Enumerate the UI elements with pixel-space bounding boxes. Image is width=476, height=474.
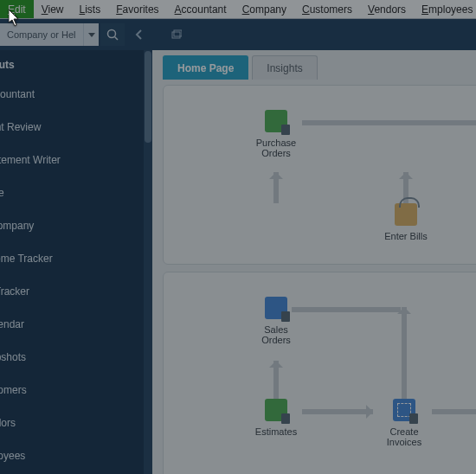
svg-point-0 (108, 30, 116, 38)
flow-arrow (302, 120, 476, 125)
create-invoices-node[interactable]: Create Invoices (376, 399, 432, 447)
estimates-icon (265, 399, 287, 421)
tab-bar: Home Page Insights (152, 54, 476, 80)
menu-lists[interactable]: Lists (72, 0, 109, 18)
flow-arrow (273, 361, 279, 399)
sidebar-item[interactable]: Company (0, 209, 152, 242)
main-area: tcuts ccountantent Reviewtatement Writer… (0, 50, 476, 474)
sidebar-item[interactable]: apshots (0, 341, 152, 374)
purchase-orders-icon (265, 110, 287, 132)
flow-arrow (292, 307, 401, 312)
menu-vendors[interactable]: Vendors (360, 0, 414, 18)
enter-bills-node[interactable]: Enter Bills (378, 203, 434, 241)
search-input[interactable] (0, 23, 83, 46)
node-label: Enter Bills (378, 231, 434, 241)
menubar: EditViewListsFavoritesAccountantCompanyC… (0, 0, 476, 19)
collapse-sidebar-button[interactable] (130, 19, 147, 50)
svg-rect-3 (174, 30, 182, 36)
menu-favorites[interactable]: Favorites (108, 0, 166, 18)
sales-orders-icon (265, 297, 287, 319)
node-label: Estimates (250, 426, 302, 437)
flow-arrow (302, 409, 373, 414)
node-label: Create Invoices (376, 426, 432, 447)
tab-home-page[interactable]: Home Page (163, 55, 248, 80)
window-control-icon[interactable] (164, 19, 189, 50)
menu-accountant[interactable]: Accountant (167, 0, 235, 18)
workspace: Home Page Insights Purchase Orders Enter… (152, 50, 476, 474)
sidebar-item[interactable]: ndors (0, 407, 152, 439)
invoices-icon (393, 399, 415, 421)
menu-company[interactable]: Company (235, 0, 294, 18)
node-label: Purchase Orders (250, 138, 302, 158)
sales-orders-node[interactable]: Sales Orders (250, 297, 302, 345)
estimates-node[interactable]: Estimates (250, 399, 302, 437)
toolbar (0, 19, 476, 50)
bills-icon (395, 203, 417, 226)
menu-view[interactable]: View (34, 0, 72, 18)
search-box (0, 23, 125, 46)
tab-insights[interactable]: Insights (252, 55, 317, 80)
sidebar-item[interactable]: l Tracker (0, 275, 152, 308)
search-button[interactable] (100, 23, 125, 46)
menu-customers[interactable]: Customers (294, 0, 360, 18)
svg-line-1 (115, 37, 119, 41)
vendors-panel: Purchase Orders Enter Bills (163, 85, 476, 265)
node-label: Sales Orders (250, 324, 302, 345)
workflow-panels: Purchase Orders Enter Bills Sales Orders (163, 85, 476, 474)
sidebar-item[interactable]: ent Review (0, 111, 152, 144)
sidebar-item[interactable]: alendar (0, 308, 152, 341)
sidebar-header: tcuts (0, 50, 152, 78)
sidebar-item[interactable]: tatement Writer (0, 144, 152, 176)
sidebar: tcuts ccountantent Reviewtatement Writer… (0, 50, 152, 474)
purchase-orders-node[interactable]: Purchase Orders (250, 110, 302, 158)
customers-panel: Sales Orders Estimates Create Invoices (163, 272, 476, 474)
svg-rect-2 (172, 32, 180, 38)
sidebar-item[interactable]: stomers (0, 374, 152, 407)
sidebar-item[interactable]: ployees (0, 439, 152, 472)
flow-arrow (432, 409, 476, 414)
sidebar-scrollbar[interactable] (144, 50, 152, 474)
flow-arrow (273, 172, 279, 203)
sidebar-item[interactable]: come Tracker (0, 242, 152, 275)
menu-employees[interactable]: Employees (414, 0, 476, 18)
scrollbar-thumb[interactable] (145, 51, 151, 143)
sidebar-item[interactable]: ccountant (0, 78, 152, 111)
sidebar-items: ccountantent Reviewtatement Writerme Com… (0, 78, 152, 472)
sidebar-item[interactable]: me (0, 176, 152, 209)
search-dropdown[interactable] (83, 23, 99, 46)
flow-arrow (402, 307, 407, 404)
menu-edit[interactable]: Edit (0, 0, 34, 18)
